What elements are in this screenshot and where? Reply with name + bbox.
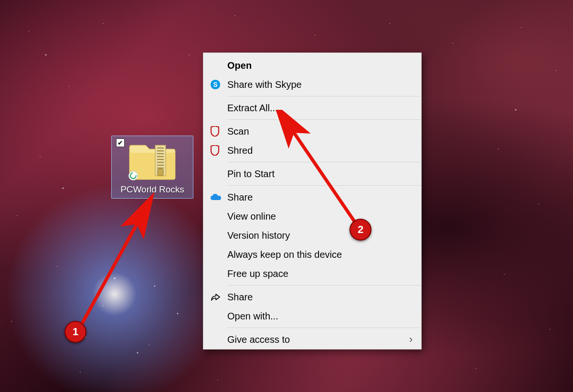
annotation-badge-2: 2: [350, 219, 371, 241]
menu-item-give-access-to[interactable]: Give access to ›: [203, 330, 421, 349]
menu-item-label: Always keep on this device: [227, 249, 414, 260]
menu-separator: [227, 285, 421, 286]
sync-status-icon: [128, 171, 138, 180]
menu-item-label: Share with Skype: [227, 79, 414, 90]
menu-item-label: Free up space: [227, 268, 414, 279]
menu-item-share-skype[interactable]: S Share with Skype: [203, 75, 421, 94]
menu-item-scan[interactable]: Scan: [203, 122, 421, 141]
svg-text:S: S: [213, 81, 217, 88]
desktop-icon-label: PCWorld Rocks: [111, 184, 193, 199]
onedrive-cloud-icon: [210, 193, 227, 201]
menu-separator: [227, 162, 421, 162]
menu-separator: [227, 119, 421, 120]
svg-rect-9: [158, 169, 163, 176]
menu-item-extract-all[interactable]: Extract All...: [203, 98, 421, 117]
menu-item-label: Scan: [227, 126, 414, 137]
menu-item-always-keep[interactable]: Always keep on this device: [203, 245, 421, 264]
menu-item-label: Give access to: [227, 334, 409, 345]
menu-item-open[interactable]: Open: [203, 56, 421, 75]
share-arrow-icon: [210, 292, 227, 302]
skype-icon: S: [210, 79, 227, 90]
desktop-zip-file[interactable]: ✔ PCWorld Rocks: [111, 136, 193, 199]
menu-item-label: Share: [227, 292, 414, 303]
mcafee-shield-icon: [210, 145, 227, 156]
annotation-badge-1: 1: [64, 321, 86, 343]
menu-item-free-up-space[interactable]: Free up space: [203, 264, 421, 283]
mcafee-shield-icon: [210, 126, 227, 137]
menu-item-label: Open: [227, 60, 414, 71]
menu-item-label: Pin to Start: [227, 169, 414, 180]
menu-item-label: Version history: [227, 230, 414, 241]
menu-separator: [227, 328, 421, 328]
zip-folder-icon: [127, 140, 177, 181]
menu-item-pin-to-start[interactable]: Pin to Start: [203, 164, 421, 183]
chevron-right-icon: ›: [409, 333, 414, 346]
menu-item-version-history[interactable]: Version history: [203, 226, 421, 245]
menu-item-shred[interactable]: Shred: [203, 141, 421, 160]
menu-item-label: Extract All...: [227, 103, 414, 114]
menu-item-label: Share: [227, 192, 414, 203]
selection-checkbox-icon[interactable]: ✔: [116, 138, 125, 147]
menu-item-label: Shred: [227, 145, 414, 156]
context-menu: Open S Share with Skype Extract All... S…: [203, 53, 422, 350]
menu-separator: [227, 96, 421, 96]
svg-line-12: [79, 212, 143, 329]
menu-item-view-online[interactable]: View online: [203, 207, 421, 226]
menu-item-share[interactable]: Share: [203, 287, 421, 307]
menu-item-open-with[interactable]: Open with...: [203, 307, 421, 326]
menu-item-label: Open with...: [227, 311, 414, 322]
menu-item-label: View online: [227, 211, 414, 222]
menu-separator: [227, 185, 421, 186]
menu-item-onedrive-share[interactable]: Share: [203, 188, 421, 207]
